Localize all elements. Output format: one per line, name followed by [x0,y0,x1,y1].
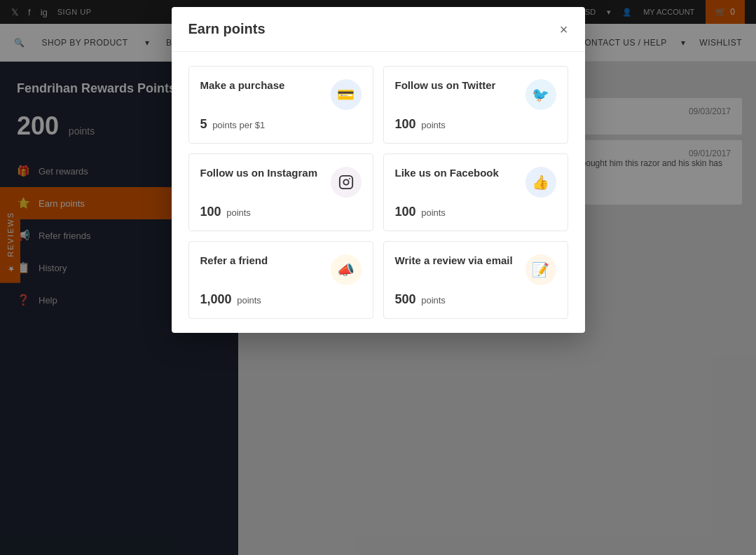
review-icon: 📝 [525,254,556,285]
points-label: points per $1 [212,120,265,130]
refer-icon: 📣 [331,254,362,285]
instagram-icon [331,167,362,198]
twitter-icon: 🐦 [525,79,556,110]
modal-overlay[interactable]: Earn points × Make a purchase 💳 5 points… [0,0,756,555]
earn-card-top: Like us on Facebook 👍 [395,167,556,198]
svg-point-1 [343,179,348,184]
earn-card-title: Refer a friend [200,254,331,266]
modal-header: Earn points × [172,7,585,52]
earn-card-top: Refer a friend 📣 [200,254,362,285]
earn-card-title: Write a review via email [395,254,525,266]
earn-card-points: 1,000 points [200,292,362,307]
earn-card-title: Follow us on Instagram [200,167,331,179]
earn-card-top: Follow us on Instagram [200,167,362,198]
earn-card-review[interactable]: Write a review via email 📝 500 points [383,241,568,319]
modal-close-button[interactable]: × [560,22,568,36]
earn-card-title: Follow us on Twitter [395,79,525,91]
earn-card-refer[interactable]: Refer a friend 📣 1,000 points [188,241,373,319]
modal-title: Earn points [188,21,266,37]
earn-card-points: 100 points [395,205,556,219]
points-number: 500 [395,292,416,306]
earn-card-title: Make a purchase [200,79,331,91]
earn-card-twitter[interactable]: Follow us on Twitter 🐦 100 points [383,66,568,144]
modal-body: Make a purchase 💳 5 points per $1 Follow… [172,52,585,333]
earn-card-facebook[interactable]: Like us on Facebook 👍 100 points [383,153,568,231]
points-number: 100 [395,205,416,219]
earn-points-grid: Make a purchase 💳 5 points per $1 Follow… [188,66,568,319]
points-number: 100 [200,205,221,219]
earn-points-modal: Earn points × Make a purchase 💳 5 points… [172,7,585,333]
points-label: points [421,120,446,130]
earn-card-points: 100 points [200,205,362,219]
svg-point-2 [349,178,350,179]
earn-card-points: 100 points [395,117,556,132]
earn-card-instagram[interactable]: Follow us on Instagram 100 points [188,153,373,231]
earn-card-purchase[interactable]: Make a purchase 💳 5 points per $1 [188,66,373,144]
points-label: points [237,295,261,306]
points-label: points [421,295,446,306]
points-number: 1,000 [200,292,232,306]
facebook-icon: 👍 [525,167,556,198]
points-number: 100 [395,117,416,131]
earn-card-top: Write a review via email 📝 [395,254,556,285]
earn-card-points: 5 points per $1 [200,117,362,132]
points-label: points [421,207,446,218]
earn-card-title: Like us on Facebook [395,167,525,179]
earn-card-top: Follow us on Twitter 🐦 [395,79,556,110]
points-label: points [226,207,251,218]
earn-card-top: Make a purchase 💳 [200,79,362,110]
purchase-icon: 💳 [331,79,362,110]
svg-rect-0 [339,176,352,189]
earn-card-points: 500 points [395,292,556,307]
points-number: 5 [200,117,207,131]
